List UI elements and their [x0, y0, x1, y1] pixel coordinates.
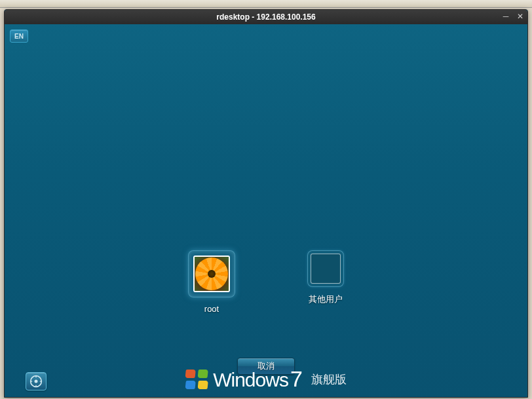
flower-icon	[195, 257, 229, 291]
edition-label: 旗舰版	[311, 371, 347, 387]
ease-of-access-button[interactable]	[26, 372, 47, 390]
rdesktop-window: rdesktop - 192.168.100.156 ─ ✕ EN root 其	[4, 9, 528, 398]
minimize-button[interactable]: ─	[501, 12, 510, 21]
language-indicator[interactable]: EN	[10, 29, 28, 43]
user-list: root 其他用户	[5, 250, 527, 314]
windows-logo-icon	[185, 370, 208, 389]
product-name: Windows	[213, 369, 288, 391]
svg-point-1	[35, 380, 38, 383]
avatar	[193, 256, 230, 292]
user-tile-other[interactable]: 其他用户	[307, 250, 344, 314]
close-button[interactable]: ✕	[516, 12, 525, 21]
avatar-frame	[307, 250, 344, 287]
host-taskbar	[0, 0, 532, 8]
user-label: 其他用户	[309, 294, 343, 305]
avatar-blank	[311, 254, 341, 284]
window-title: rdesktop - 192.168.100.156	[216, 12, 315, 22]
titlebar-controls: ─ ✕	[501, 12, 525, 21]
accessibility-icon	[29, 375, 43, 388]
login-screen: EN root 其他用户 取消	[5, 24, 527, 397]
avatar-frame	[188, 250, 235, 297]
branding: Windows7 旗舰版	[185, 366, 347, 392]
brand-text: Windows7	[213, 366, 302, 392]
user-tile-root[interactable]: root	[188, 250, 235, 314]
product-version: 7	[290, 366, 302, 392]
user-label: root	[204, 304, 219, 314]
titlebar[interactable]: rdesktop - 192.168.100.156 ─ ✕	[5, 10, 527, 24]
